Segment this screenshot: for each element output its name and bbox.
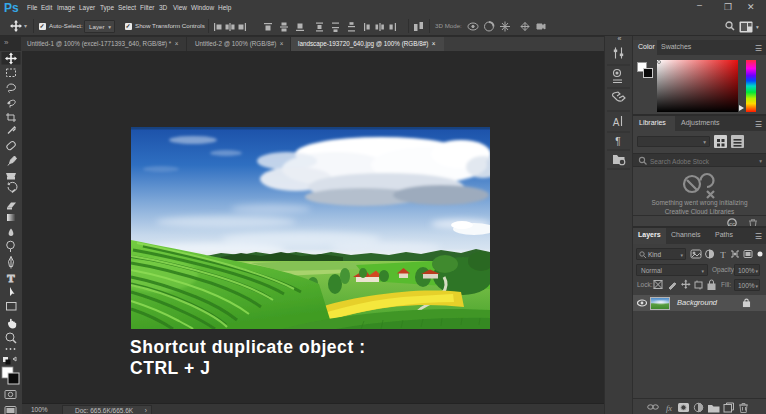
svg-text:T: T: [7, 272, 15, 284]
svg-text:¶: ¶: [615, 136, 620, 147]
svg-text:A: A: [613, 117, 620, 128]
svg-text:T: T: [720, 250, 726, 260]
svg-text:fx: fx: [666, 403, 672, 413]
